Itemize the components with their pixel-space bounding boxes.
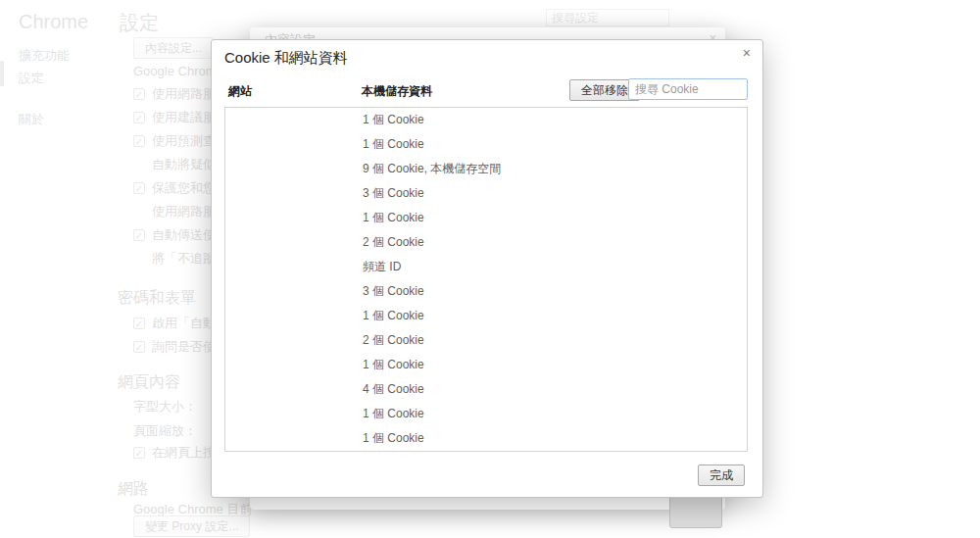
cookie-row[interactable]: 9 個 Cookie, 本機儲存空間 <box>225 157 747 181</box>
page-title: 設定 <box>120 10 159 36</box>
cookie-row-local-data: 2 個 Cookie <box>363 332 424 349</box>
content-settings-done-button-peek <box>669 495 722 528</box>
cookie-row-local-data: 4 個 Cookie <box>363 381 424 398</box>
cookie-row[interactable]: 1 個 Cookie <box>225 402 747 426</box>
checkbox-icon[interactable]: ✓ <box>133 229 145 241</box>
cookie-row-local-data: 1 個 Cookie <box>363 430 424 447</box>
section-passwords-forms: 密碼和表單 <box>118 288 196 309</box>
cookie-row-local-data: 1 個 Cookie <box>363 136 424 153</box>
sidebar-item-extensions[interactable]: 擴充功能 <box>19 47 70 65</box>
sidebar-item-about[interactable]: 關於 <box>19 111 44 128</box>
cookie-row[interactable]: 1 個 Cookie <box>225 353 747 377</box>
cookie-dialog-title: Cookie 和網站資料 <box>224 49 348 68</box>
cookie-row[interactable]: 2 個 Cookie <box>225 328 747 353</box>
cookie-row-local-data: 1 個 Cookie <box>363 406 424 422</box>
cookie-row[interactable]: 1 個 Cookie <box>225 108 747 132</box>
sidebar-selected-indicator <box>0 61 4 86</box>
content-settings-button[interactable]: 內容設定... <box>133 37 214 59</box>
page-zoom-label: 頁面縮放： <box>133 422 197 440</box>
cookie-row-local-data: 頻道 ID <box>363 259 401 275</box>
cookie-row-local-data: 1 個 Cookie <box>363 112 424 128</box>
cookie-row[interactable]: 頻道 ID <box>225 255 747 279</box>
checkbox-icon[interactable]: ✓ <box>133 341 145 353</box>
cookie-row[interactable]: 1 個 Cookie <box>225 426 747 451</box>
cookie-row[interactable]: 1 個 Cookie <box>225 132 747 157</box>
checkbox-icon[interactable]: ✓ <box>133 135 145 147</box>
chrome-menu-title: Chrome <box>19 11 88 33</box>
cookie-row[interactable]: 3 個 Cookie <box>225 279 747 304</box>
cookie-row-local-data: 3 個 Cookie <box>363 185 424 202</box>
cookie-row-local-data: 2 個 Cookie <box>363 234 424 251</box>
cookie-search-input[interactable] <box>628 78 748 100</box>
section-network: 網路 <box>118 479 149 500</box>
cookie-row[interactable]: 2 個 Cookie <box>225 230 747 255</box>
cookie-row[interactable]: 4 個 Cookie <box>225 377 747 402</box>
close-icon[interactable]: × <box>743 45 751 61</box>
cookie-row-local-data: 1 個 Cookie <box>363 210 424 226</box>
change-proxy-button[interactable]: 變更 Proxy 設定... <box>133 515 250 537</box>
cookie-row-local-data: 1 個 Cookie <box>363 357 424 373</box>
checkbox-icon[interactable]: ✓ <box>133 88 145 100</box>
column-header-site: 網站 <box>228 83 252 100</box>
cookie-list[interactable]: 1 個 Cookie 1 個 Cookie 9 個 Cookie, 本機儲存空間… <box>224 107 748 452</box>
checkbox-icon[interactable]: ✓ <box>133 112 145 123</box>
font-size-label: 字型大小： <box>133 398 197 416</box>
column-header-local-data: 本機儲存資料 <box>362 83 432 100</box>
cookie-row-local-data: 3 個 Cookie <box>363 283 424 300</box>
cookie-row-local-data: 1 個 Cookie <box>363 308 424 324</box>
done-button[interactable]: 完成 <box>698 465 745 486</box>
cookie-dialog: Cookie 和網站資料 × 網站 本機儲存資料 全部移除 1 個 Cookie… <box>211 39 763 498</box>
settings-search-input[interactable] <box>546 9 669 26</box>
checkbox-icon[interactable]: ✓ <box>133 182 145 194</box>
sidebar-item-settings[interactable]: 設定 <box>19 70 44 87</box>
cookie-row[interactable]: 3 個 Cookie <box>225 181 747 206</box>
section-web-content: 網頁內容 <box>118 372 180 393</box>
cookie-row[interactable]: 1 個 Cookie <box>225 304 747 328</box>
cookie-row-local-data: 9 個 Cookie, 本機儲存空間 <box>363 161 501 177</box>
checkbox-icon[interactable]: ✓ <box>133 447 145 459</box>
checkbox-icon[interactable]: ✓ <box>133 318 145 329</box>
cookie-row[interactable]: 1 個 Cookie <box>225 206 747 230</box>
